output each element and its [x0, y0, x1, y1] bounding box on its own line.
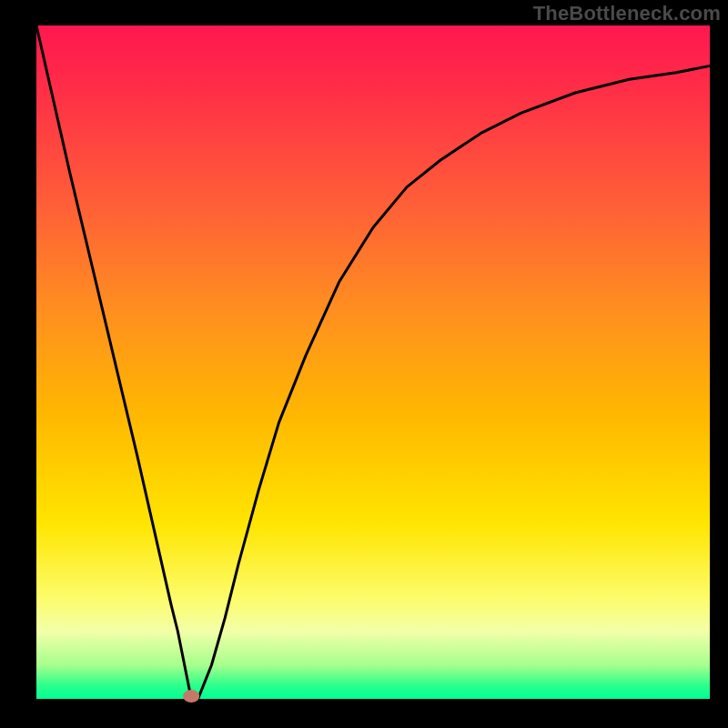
- plot-area: [36, 25, 710, 699]
- minimum-marker: [183, 690, 199, 703]
- watermark-text: TheBottleneck.com: [533, 2, 721, 25]
- curve-svg: [36, 25, 710, 699]
- bottleneck-curve-path: [36, 25, 710, 699]
- chart-frame: TheBottleneck.com: [0, 0, 728, 728]
